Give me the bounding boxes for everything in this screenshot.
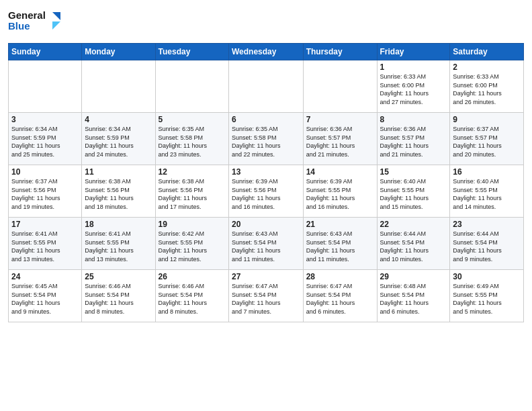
day-info: Sunrise: 6:38 AM Sunset: 5:56 PM Dayligh…: [159, 177, 226, 211]
day-info: Sunrise: 6:49 AM Sunset: 5:55 PM Dayligh…: [453, 282, 521, 316]
day-info: Sunrise: 6:47 AM Sunset: 5:54 PM Dayligh…: [232, 282, 300, 316]
day-number: 22: [380, 220, 447, 229]
calendar-day-cell: 9Sunrise: 6:37 AM Sunset: 5:57 PM Daylig…: [450, 113, 524, 165]
calendar-day-cell: 26Sunrise: 6:46 AM Sunset: 5:54 PM Dayli…: [155, 270, 228, 322]
day-number: 23: [453, 220, 521, 229]
calendar-week-row: 24Sunrise: 6:45 AM Sunset: 5:54 PM Dayli…: [9, 270, 524, 322]
day-info: Sunrise: 6:47 AM Sunset: 5:54 PM Dayligh…: [306, 282, 374, 316]
svg-text:General: General: [8, 9, 46, 21]
day-number: 1: [380, 62, 447, 72]
day-number: 2: [453, 62, 521, 72]
calendar-day-cell: 17Sunrise: 6:41 AM Sunset: 5:55 PM Dayli…: [9, 218, 82, 270]
calendar-day-cell: 3Sunrise: 6:34 AM Sunset: 5:59 PM Daylig…: [9, 113, 82, 165]
calendar-day-cell: [303, 60, 377, 113]
day-info: Sunrise: 6:34 AM Sunset: 5:59 PM Dayligh…: [11, 125, 79, 158]
weekday-header: Monday: [82, 44, 155, 60]
day-number: 8: [380, 115, 447, 124]
day-number: 7: [306, 115, 374, 124]
calendar-day-cell: 30Sunrise: 6:49 AM Sunset: 5:55 PM Dayli…: [450, 270, 524, 322]
calendar-day-cell: [82, 60, 155, 113]
calendar-day-cell: 28Sunrise: 6:47 AM Sunset: 5:54 PM Dayli…: [303, 270, 377, 322]
calendar-day-cell: 2Sunrise: 6:33 AM Sunset: 6:00 PM Daylig…: [450, 60, 524, 113]
calendar-table: SundayMondayTuesdayWednesdayThursdayFrid…: [8, 43, 524, 322]
weekday-header: Thursday: [303, 44, 377, 60]
day-number: 5: [159, 115, 226, 124]
day-info: Sunrise: 6:44 AM Sunset: 5:54 PM Dayligh…: [453, 230, 521, 263]
day-number: 6: [232, 115, 300, 124]
header: General Blue: [8, 7, 524, 39]
day-number: 28: [306, 272, 374, 281]
day-info: Sunrise: 6:40 AM Sunset: 5:55 PM Dayligh…: [380, 177, 447, 211]
calendar-day-cell: 13Sunrise: 6:39 AM Sunset: 5:56 PM Dayli…: [229, 165, 304, 218]
day-info: Sunrise: 6:37 AM Sunset: 5:57 PM Dayligh…: [453, 125, 521, 158]
weekday-header-row: SundayMondayTuesdayWednesdayThursdayFrid…: [9, 44, 524, 60]
day-number: 16: [453, 167, 521, 177]
day-number: 17: [11, 220, 79, 229]
day-number: 14: [306, 167, 374, 177]
day-info: Sunrise: 6:45 AM Sunset: 5:54 PM Dayligh…: [11, 282, 79, 316]
calendar-day-cell: 8Sunrise: 6:36 AM Sunset: 5:57 PM Daylig…: [377, 113, 450, 165]
svg-text:Blue: Blue: [8, 20, 30, 32]
day-number: 12: [159, 167, 226, 177]
day-number: 24: [11, 272, 79, 281]
day-number: 21: [306, 220, 374, 229]
day-info: Sunrise: 6:38 AM Sunset: 5:56 PM Dayligh…: [85, 177, 152, 211]
day-info: Sunrise: 6:44 AM Sunset: 5:54 PM Dayligh…: [380, 230, 447, 263]
calendar-day-cell: 14Sunrise: 6:39 AM Sunset: 5:55 PM Dayli…: [303, 165, 377, 218]
day-number: 3: [11, 115, 79, 124]
calendar-day-cell: 24Sunrise: 6:45 AM Sunset: 5:54 PM Dayli…: [9, 270, 82, 322]
day-number: 19: [159, 220, 226, 229]
calendar-day-cell: 20Sunrise: 6:43 AM Sunset: 5:54 PM Dayli…: [229, 218, 304, 270]
day-number: 27: [232, 272, 300, 281]
day-info: Sunrise: 6:37 AM Sunset: 5:56 PM Dayligh…: [11, 177, 79, 211]
day-info: Sunrise: 6:36 AM Sunset: 5:57 PM Dayligh…: [380, 125, 447, 158]
calendar-day-cell: [155, 60, 228, 113]
day-number: 29: [380, 272, 447, 281]
calendar-day-cell: 23Sunrise: 6:44 AM Sunset: 5:54 PM Dayli…: [450, 218, 524, 270]
day-info: Sunrise: 6:43 AM Sunset: 5:54 PM Dayligh…: [306, 230, 374, 263]
day-info: Sunrise: 6:39 AM Sunset: 5:55 PM Dayligh…: [306, 177, 374, 211]
calendar-day-cell: 12Sunrise: 6:38 AM Sunset: 5:56 PM Dayli…: [155, 165, 228, 218]
day-info: Sunrise: 6:36 AM Sunset: 5:57 PM Dayligh…: [306, 125, 374, 158]
day-number: 18: [85, 220, 152, 229]
calendar-day-cell: [229, 60, 304, 113]
calendar-day-cell: [9, 60, 82, 113]
day-info: Sunrise: 6:41 AM Sunset: 5:55 PM Dayligh…: [85, 230, 152, 263]
svg-marker-2: [52, 12, 60, 20]
logo: General Blue: [8, 7, 62, 39]
day-info: Sunrise: 6:48 AM Sunset: 5:54 PM Dayligh…: [380, 282, 447, 316]
day-info: Sunrise: 6:33 AM Sunset: 6:00 PM Dayligh…: [453, 73, 521, 106]
weekday-header: Saturday: [450, 44, 524, 60]
day-info: Sunrise: 6:35 AM Sunset: 5:58 PM Dayligh…: [232, 125, 300, 158]
calendar-day-cell: 6Sunrise: 6:35 AM Sunset: 5:58 PM Daylig…: [229, 113, 304, 165]
day-info: Sunrise: 6:43 AM Sunset: 5:54 PM Dayligh…: [232, 230, 300, 263]
calendar-day-cell: 29Sunrise: 6:48 AM Sunset: 5:54 PM Dayli…: [377, 270, 450, 322]
day-number: 11: [85, 167, 152, 177]
day-number: 9: [453, 115, 521, 124]
logo-svg: General Blue: [8, 7, 62, 36]
day-number: 30: [453, 272, 521, 281]
day-info: Sunrise: 6:33 AM Sunset: 6:00 PM Dayligh…: [380, 73, 447, 106]
day-number: 15: [380, 167, 447, 177]
calendar-week-row: 10Sunrise: 6:37 AM Sunset: 5:56 PM Dayli…: [9, 165, 524, 218]
day-info: Sunrise: 6:35 AM Sunset: 5:58 PM Dayligh…: [159, 125, 226, 158]
day-number: 10: [11, 167, 79, 177]
calendar-day-cell: 21Sunrise: 6:43 AM Sunset: 5:54 PM Dayli…: [303, 218, 377, 270]
svg-marker-3: [52, 21, 60, 30]
day-info: Sunrise: 6:39 AM Sunset: 5:56 PM Dayligh…: [232, 177, 300, 211]
day-info: Sunrise: 6:42 AM Sunset: 5:55 PM Dayligh…: [159, 230, 226, 263]
day-number: 20: [232, 220, 300, 229]
day-number: 4: [85, 115, 152, 124]
calendar-week-row: 3Sunrise: 6:34 AM Sunset: 5:59 PM Daylig…: [9, 113, 524, 165]
calendar-day-cell: 22Sunrise: 6:44 AM Sunset: 5:54 PM Dayli…: [377, 218, 450, 270]
day-number: 26: [159, 272, 226, 281]
calendar-day-cell: 5Sunrise: 6:35 AM Sunset: 5:58 PM Daylig…: [155, 113, 228, 165]
day-info: Sunrise: 6:34 AM Sunset: 5:59 PM Dayligh…: [85, 125, 152, 158]
day-number: 13: [232, 167, 300, 177]
calendar-day-cell: 1Sunrise: 6:33 AM Sunset: 6:00 PM Daylig…: [377, 60, 450, 113]
day-info: Sunrise: 6:40 AM Sunset: 5:55 PM Dayligh…: [453, 177, 521, 211]
calendar-day-cell: 19Sunrise: 6:42 AM Sunset: 5:55 PM Dayli…: [155, 218, 228, 270]
calendar-day-cell: 25Sunrise: 6:46 AM Sunset: 5:54 PM Dayli…: [82, 270, 155, 322]
page: General Blue SundayMondayTuesdayWednesda…: [0, 0, 532, 411]
logo-area: General Blue: [8, 7, 62, 39]
